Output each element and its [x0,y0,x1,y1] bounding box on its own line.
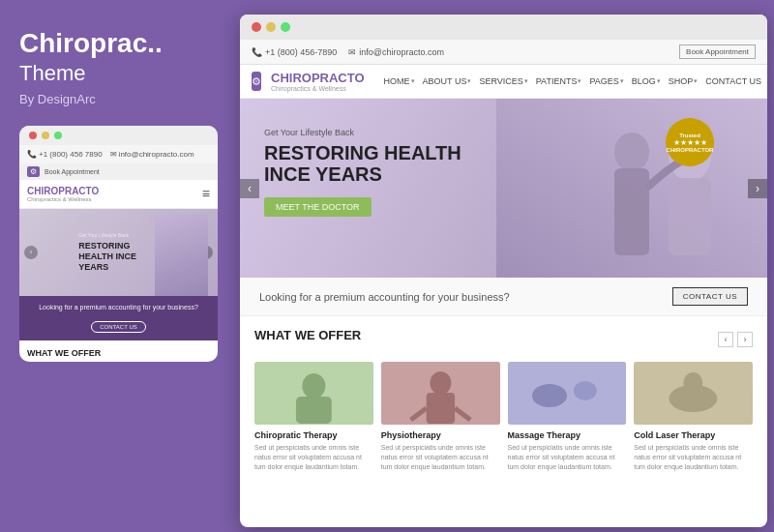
nav-shop[interactable]: SHOP ▾ [669,76,699,86]
offer-card-title-2: Physiotherapy [381,430,500,440]
offer-grid: Chiropratic Therapy Sed ut perspiciatis … [254,362,753,471]
hero-title: RESTORING HEALTH INCE YEARS [264,142,461,185]
meet-doctor-button[interactable]: MEET THE DOCTOR [264,197,372,217]
desk-phone: 📞 +1 (800) 456-7890 [252,47,337,57]
desk-email-icon: ✉ [348,47,356,57]
hamburger-icon[interactable]: ≡ [202,186,210,201]
phone-icon: 📞 [27,150,37,159]
offer-card-title-3: Massage Therapy [508,430,627,440]
desktop-nav: ⚙ CHIROPRACTO Chiropractics & Wellness H… [240,65,767,99]
dot-yellow [42,132,49,139]
hero-prev-button[interactable]: ‹ [240,179,259,198]
svg-rect-12 [508,362,627,425]
nav-home[interactable]: HOME ▾ [384,76,415,86]
offer-title: WHAT WE OFFER [254,328,361,342]
offer-card-title-4: Cold Laser Therapy [634,430,753,440]
desktop-hero: ‹ › Get Your Lifestyle Back RESTORING HE… [240,99,767,278]
mobile-topbar: 📞 +1 (800) 456 7890 ✉ info@chiropracto.c… [19,145,218,163]
svg-point-17 [684,372,703,394]
offer-nav-controls: ‹ › [718,332,753,347]
mobile-hero: ‹ › Get Your Lifestyle Back RESTORING HE… [19,209,218,296]
right-panel: 📞 +1 (800) 456-7890 ✉ info@chiropracto.c… [240,15,767,527]
offer-image-physio [381,362,500,425]
desktop-nav-links: HOME ▾ ABOUT US ▾ SERVICES ▾ PATIENTS ▾ … [384,76,761,86]
hero-svg-illustration [496,99,767,278]
mobile-hero-content: Get Your Lifestyle Back RESTORING HEALTH… [69,224,168,280]
svg-point-5 [302,373,325,399]
hero-person-image [496,99,767,278]
hero-content: Get Your Lifestyle Back RESTORING HEALTH… [264,128,461,217]
svg-rect-6 [296,397,332,424]
offer-card-laser: Cold Laser Therapy Sed ut perspiciatis u… [634,362,753,471]
svg-point-14 [573,381,596,400]
mobile-gear-bar: ⚙ Book Appointment [19,163,218,180]
mobile-book-label[interactable]: Book Appointment [45,168,100,175]
nav-about[interactable]: ABOUT US ▾ [423,76,472,86]
dot-green [54,132,62,139]
offer-card-title-1: Chiropratic Therapy [254,430,373,440]
desk-book-button[interactable]: Book Appointment [679,44,756,59]
desk-dot-red [252,22,261,32]
offer-card-text-1: Sed ut perspiciatis unde omnis iste natu… [254,443,373,471]
desk-dot-green [281,22,290,32]
hero-next-button[interactable]: › [748,179,767,198]
offer-card-text-3: Sed ut perspiciatis unde omnis iste natu… [508,443,627,471]
offer-header: WHAT WE OFFER ‹ › [254,328,753,352]
trusted-badge: Trusted ★★★★★ CHIROPRACTOR [666,118,714,166]
offer-card-text-4: Sed ut perspiciatis unde omnis iste natu… [634,443,753,471]
offer-prev-button[interactable]: ‹ [718,332,733,347]
desktop-offer-section: WHAT WE OFFER ‹ › Chiropratic Therapy Se… [240,316,767,481]
svg-point-13 [531,384,566,407]
dot-red [29,132,37,139]
gear-icon: ⚙ [27,166,40,177]
nav-pages[interactable]: PAGES ▾ [589,76,623,86]
nav-contact[interactable]: CONTACT US [705,76,761,86]
mobile-email: ✉ info@chiropracto.com [110,150,194,159]
svg-rect-9 [426,393,454,424]
svg-rect-3 [614,168,649,255]
mobile-nav: CHIROPRACTO Chiropractics & Wellness ≡ [19,180,218,209]
theme-subtitle: Theme [19,61,218,86]
desktop-contact-button[interactable]: CONTACT US [672,287,748,306]
mobile-offer-title: WHAT WE OFFER [19,340,218,362]
mobile-promo: Looking for a premium accounting for you… [19,296,218,340]
offer-image-massage [508,362,627,425]
nav-services[interactable]: SERVICES ▾ [479,76,527,86]
mobile-logo: CHIROPRACTO Chiropractics & Wellness [27,186,99,202]
nav-patients[interactable]: PATIENTS ▾ [536,76,582,86]
offer-card-massage: Massage Therapy Sed ut perspiciatis unde… [508,362,627,471]
mobile-phone: 📞 +1 (800) 456 7890 [27,150,103,159]
mobile-titlebar [19,126,218,145]
mobile-mockup: 📞 +1 (800) 456 7890 ✉ info@chiropracto.c… [19,126,218,362]
desktop-logo: CHIROPRACTO Chiropractics & Wellness [271,71,365,92]
offer-card-physio: Physiotherapy Sed ut perspiciatis unde o… [381,362,500,471]
theme-title: Chiroprac.. [19,29,218,59]
email-icon: ✉ [110,150,117,159]
mobile-contact-button[interactable]: CONTACT US [91,321,145,333]
offer-card-chiropractic: Chiropratic Therapy Sed ut perspiciatis … [254,362,373,471]
desk-phone-icon: 📞 [252,47,262,57]
settings-icon[interactable]: ⚙ [252,72,261,91]
offer-card-text-2: Sed ut perspiciatis unde omnis iste natu… [381,443,500,471]
svg-point-8 [430,371,451,395]
nav-blog[interactable]: BLOG ▾ [632,76,661,86]
svg-point-2 [614,133,649,171]
by-line: By DesignArc [19,92,218,106]
hero-prev-arrow[interactable]: ‹ [24,246,38,259]
desktop-titlebar [240,15,767,40]
svg-rect-1 [669,178,711,255]
desktop-promo: Looking for a premium accounting for you… [240,278,767,316]
offer-image-chiropractic [254,362,373,425]
desk-email: ✉ info@chiropracto.com [348,47,444,57]
desk-dot-yellow [266,22,276,32]
left-panel: Chiroprac.. Theme By DesignArc 📞 +1 (800… [0,0,237,532]
offer-image-laser [634,362,753,425]
desktop-topbar: 📞 +1 (800) 456-7890 ✉ info@chiropracto.c… [240,40,767,65]
offer-next-button[interactable]: › [737,332,753,347]
